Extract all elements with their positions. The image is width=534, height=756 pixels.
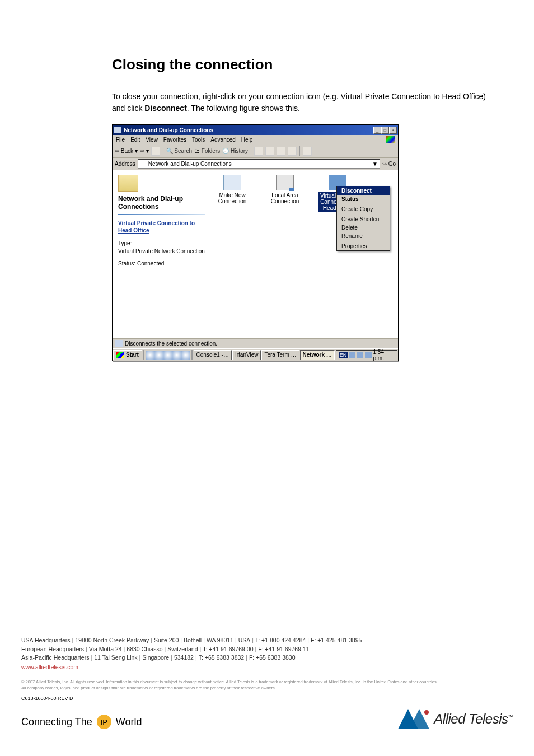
menubar: File Edit View Favorites Tools Advanced … bbox=[113, 135, 398, 144]
page-heading: Closing the connection bbox=[112, 56, 500, 73]
toolbar-folders-label: Folders bbox=[202, 148, 220, 154]
task-buttons: Console1 -… IrfanView Tera Term … Networ… bbox=[194, 350, 335, 360]
make-new-connection-icon bbox=[223, 175, 241, 190]
statusbar-text: Disconnects the selected connection. bbox=[125, 340, 217, 347]
tagline-pre: Connecting The bbox=[21, 716, 92, 728]
menu-disconnect[interactable]: Disconnect bbox=[337, 186, 390, 195]
toolbar-delete-icon[interactable] bbox=[277, 147, 285, 156]
instruction-bold: Disconnect bbox=[144, 104, 186, 113]
tray-lang[interactable]: EN bbox=[339, 352, 348, 358]
context-menu: Disconnect Status Create Copy Create Sho… bbox=[336, 186, 390, 251]
instruction-text: To close your connection, right-click on… bbox=[112, 91, 500, 114]
addressbar-value: Network and Dial-up Connections bbox=[148, 161, 232, 167]
hq-label: USA Headquarters bbox=[21, 637, 71, 643]
menu-view[interactable]: View bbox=[146, 137, 158, 143]
brand-logo: Allied Telesis™ bbox=[398, 709, 513, 729]
menu-tools[interactable]: Tools bbox=[192, 137, 205, 143]
toolbar-history[interactable]: 🕘 History bbox=[222, 148, 248, 154]
task-irfanview[interactable]: IrfanView bbox=[232, 350, 261, 360]
toolbar-search-label: Search bbox=[174, 148, 192, 154]
task-network[interactable]: Network … bbox=[300, 350, 335, 360]
content-area: Network and Dial-up Connections Virtual … bbox=[113, 170, 398, 338]
hq-part: USA bbox=[238, 637, 251, 643]
menu-file[interactable]: File bbox=[116, 137, 125, 143]
menu-create-shortcut[interactable]: Create Shortcut bbox=[337, 215, 390, 223]
tagline: Connecting The IP World bbox=[21, 715, 142, 729]
legal-line-1: © 2007 Allied Telesis, Inc. All rights r… bbox=[21, 679, 513, 685]
menu-edit[interactable]: Edit bbox=[130, 137, 140, 143]
titlebar: Network and Dial-up Connections _ ❐ ✕ bbox=[113, 125, 398, 135]
hq-part: T: +1 800 424 4284 bbox=[255, 637, 306, 643]
heading-rule bbox=[112, 77, 500, 77]
menu-help[interactable]: Help bbox=[241, 137, 253, 143]
quick-launch bbox=[146, 351, 190, 360]
toolbar: ⇦ Back ▾ ⇨ ▾ 🔍 Search 🗂 Folders 🕘 Histor… bbox=[113, 144, 398, 158]
side-type-label: Type: bbox=[118, 240, 132, 246]
legal-line-2: All company names, logos, and product de… bbox=[21, 685, 513, 692]
hq-part: T: +65 6383 3832 bbox=[199, 654, 244, 661]
footer-url[interactable]: www.alliedtelesis.com bbox=[21, 664, 513, 670]
hq-part: F: +1 425 481 3895 bbox=[311, 637, 362, 643]
addressbar-icon bbox=[140, 161, 147, 167]
toolbar-up-icon[interactable] bbox=[151, 147, 160, 156]
icon-area: Make New Connection Local Area Connectio… bbox=[210, 170, 398, 338]
hq-label: European Headquarters bbox=[21, 646, 84, 652]
toolbar-back[interactable]: ⇦ Back ▾ bbox=[115, 148, 138, 154]
taskbar: Start Console1 -… IrfanView Tera Term … … bbox=[113, 348, 398, 361]
ql-desktop-icon[interactable] bbox=[146, 351, 154, 360]
tagline-post: World bbox=[116, 716, 142, 728]
statusbar: Disconnects the selected connection. bbox=[113, 338, 398, 348]
windows-logo-icon bbox=[386, 136, 395, 143]
menu-advanced[interactable]: Advanced bbox=[210, 137, 235, 143]
screenshot-window: Network and Dial-up Connections _ ❐ ✕ Fi… bbox=[112, 124, 399, 361]
hq-part: WA 98011 bbox=[207, 637, 233, 643]
minimize-button[interactable]: _ bbox=[373, 127, 381, 134]
titlebar-text: Network and Dial-up Connections bbox=[124, 127, 213, 133]
toolbar-search[interactable]: 🔍 Search bbox=[166, 148, 192, 154]
task-teraterm[interactable]: Tera Term … bbox=[261, 350, 299, 360]
footer-eur: European Headquarters|Via Motta 24|6830 … bbox=[21, 645, 513, 654]
tray-icon-2[interactable] bbox=[357, 352, 363, 358]
menu-status[interactable]: Status bbox=[337, 195, 390, 203]
close-button[interactable]: ✕ bbox=[389, 127, 397, 134]
addressbar-dropdown-icon[interactable]: ▼ bbox=[372, 161, 378, 167]
menu-delete[interactable]: Delete bbox=[337, 223, 390, 232]
start-button[interactable]: Start bbox=[113, 350, 142, 360]
ql-app3-icon[interactable] bbox=[181, 351, 190, 360]
toolbar-views-icon[interactable] bbox=[303, 147, 312, 156]
ql-app2-icon[interactable] bbox=[172, 351, 181, 360]
hq-part: Bothell bbox=[184, 637, 202, 643]
tray-icon-1[interactable] bbox=[349, 352, 355, 358]
menu-rename[interactable]: Rename bbox=[337, 232, 390, 240]
toolbar-undo-icon[interactable] bbox=[288, 147, 297, 156]
tray-icon-3[interactable] bbox=[365, 352, 371, 358]
titlebar-icon bbox=[114, 127, 121, 133]
document-id: C613-16004-00 REV D bbox=[21, 696, 513, 701]
task-console1[interactable]: Console1 -… bbox=[194, 350, 232, 360]
icon-local-area-connection[interactable]: Local Area Connection bbox=[265, 175, 305, 212]
toolbar-copyto-icon[interactable] bbox=[265, 147, 274, 156]
menu-create-copy[interactable]: Create Copy bbox=[337, 205, 390, 213]
side-folder-icon bbox=[118, 175, 138, 192]
footer-rule bbox=[21, 627, 513, 627]
side-panel: Network and Dial-up Connections Virtual … bbox=[113, 170, 210, 338]
side-link[interactable]: Virtual Private Connection to Head Offic… bbox=[118, 220, 205, 234]
addressbar-field[interactable]: Network and Dial-up Connections ▼ bbox=[138, 159, 380, 169]
menu-favorites[interactable]: Favorites bbox=[163, 137, 186, 143]
icon-make-new-connection[interactable]: Make New Connection bbox=[213, 175, 252, 212]
hq-part: 534182 bbox=[174, 654, 194, 661]
hq-part: Via Motta 24 bbox=[89, 646, 122, 652]
menu-properties[interactable]: Properties bbox=[337, 242, 390, 250]
footer-usa: USA Headquarters|19800 North Creek Parkw… bbox=[21, 636, 513, 645]
ql-ie-icon[interactable] bbox=[154, 351, 163, 360]
maximize-button[interactable]: ❐ bbox=[381, 127, 389, 134]
hq-label: Asia-Pacific Headquarters bbox=[21, 654, 89, 661]
toolbar-moveto-icon[interactable] bbox=[254, 147, 263, 156]
toolbar-forward[interactable]: ⇨ ▾ bbox=[140, 148, 149, 154]
ql-app1-icon[interactable] bbox=[163, 351, 172, 360]
addressbar: Address Network and Dial-up Connections … bbox=[113, 158, 398, 170]
toolbar-folders[interactable]: 🗂 Folders bbox=[194, 148, 220, 154]
svg-point-2 bbox=[424, 710, 429, 715]
addressbar-go[interactable]: ↪ Go bbox=[382, 161, 396, 167]
window-buttons: _ ❐ ✕ bbox=[373, 127, 397, 134]
